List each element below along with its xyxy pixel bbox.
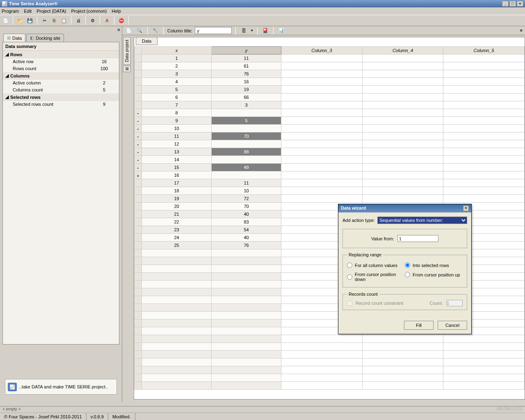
panel-close-icon[interactable]: × [117,27,120,33]
close-button[interactable]: × [517,1,523,7]
table-row[interactable]: 1972 [135,195,525,203]
app-icon: 📊 [2,1,7,7]
column-title-input[interactable] [195,27,232,34]
fill-button[interactable]: Fill [404,321,434,330]
watermark: INSTALUJ.CZ [497,406,523,411]
table-row[interactable] [135,382,525,390]
menu-edit[interactable]: Edit [24,9,32,14]
status-copyright: © Four Spaces - Josef Pirkl 2010-2011 [0,413,87,420]
record-constraint-check [347,301,352,306]
summary-row: Rows count100 [3,65,119,72]
expand-icon[interactable]: ◢ [5,94,9,100]
cards-icon[interactable]: 🎴 [261,27,269,35]
data-sheet-tab[interactable]: Data [136,37,158,45]
dialog-title: Data wizard [341,205,366,211]
dialog-close-icon[interactable]: × [463,205,469,211]
right-close-icon[interactable]: × [520,28,523,33]
wrench-icon[interactable]: 🔧 [151,27,160,35]
table-row[interactable]: 416 [135,78,525,86]
records-legend: Records count [347,292,379,297]
summary-row: Active row16 [3,58,119,65]
save-icon[interactable]: 💾 [26,16,34,25]
table-row[interactable]: 1810 [135,187,525,195]
table-row[interactable] [135,343,525,351]
table-row[interactable]: 1170 [135,132,525,140]
count-input [446,300,463,306]
database-icon[interactable]: 🗄 [240,27,248,35]
chart-tool-icon[interactable]: 📊 [277,27,285,35]
record-constraint-label: Record count constraint [356,301,403,306]
vtab-grid[interactable]: ⊞ [123,66,131,72]
summary-row: Active column2 [3,80,119,87]
menu-program[interactable]: Program [2,9,19,14]
paste-icon[interactable]: 📋 [60,16,68,25]
action-type-select[interactable]: Sequential values from number: [377,217,467,224]
action-type-label: Add action type: [342,218,375,223]
search-icon[interactable]: 🔍 [135,27,144,35]
open-icon[interactable]: 📂 [16,16,24,25]
table-row[interactable] [135,374,525,382]
range-radio[interactable] [405,272,410,277]
column-header[interactable]: Column_3 [281,47,363,55]
dock-icon: ◧ [30,35,34,41]
column-title-label: Column title: [167,28,192,33]
table-row[interactable]: 893 [135,109,525,117]
column-header[interactable]: Column_4 [362,47,443,55]
titlebar: 📊 Time Series Analyzer® _ □ × [0,0,525,7]
range-radio[interactable] [347,274,352,280]
sub-toolbar: 📄 🔍 🔧 Column title: 🗄 ▼ 🎴 📊 [122,26,525,35]
table-row[interactable]: 1439 [135,156,525,164]
tab-data[interactable]: ⊞ Data [3,34,25,42]
table-row[interactable]: 73 [135,101,525,109]
vtab-data-project[interactable]: Data project [123,37,131,65]
table-row[interactable] [135,358,525,366]
expand-icon[interactable]: ◢ [5,52,9,57]
status-empty: < empty > [0,406,525,413]
column-header[interactable]: x [142,47,212,55]
table-row[interactable]: 666 [135,94,525,101]
table-row[interactable]: 1549 [135,164,525,171]
column-header[interactable]: Column_5 [443,47,525,55]
menu-help[interactable]: Help [112,9,121,14]
table-row[interactable]: 95 [135,117,525,125]
table-row[interactable] [135,351,525,358]
table-row[interactable]: 1654 [135,171,525,179]
table-row[interactable]: 1025 [135,125,525,132]
pdf-icon[interactable]: A [103,16,111,25]
menu-project-data[interactable]: Project (DATA) [37,9,66,14]
menu-project-common[interactable]: Project (common) [71,9,107,14]
table-row[interactable] [135,366,525,374]
tab-docking[interactable]: ◧ Docking site [26,34,64,42]
stop-icon[interactable]: ⛔ [117,16,126,25]
new-icon[interactable]: 📄 [2,16,10,25]
menubar: Program Edit Project (DATA) Project (com… [0,7,525,15]
table-row[interactable]: 121 [135,140,525,148]
table-row[interactable]: 1388 [135,148,525,156]
minimize-button[interactable]: _ [502,1,509,7]
copy-icon[interactable]: ⎘ [50,16,58,25]
table-row[interactable]: 519 [135,86,525,94]
table-row[interactable] [135,335,525,343]
range-legend: Replacing range [347,252,383,257]
status-version: v.0.8.9 [87,413,108,420]
gear-icon[interactable]: ⚙ [89,16,97,25]
maximize-button[interactable]: □ [509,1,516,7]
status-modified: Modified. [108,413,135,420]
range-radio[interactable] [405,262,410,268]
cut-icon[interactable]: ✂ [40,16,48,25]
table-row[interactable]: 1711 [135,179,525,187]
table-row[interactable]: 376 [135,70,525,78]
expand-icon[interactable]: ◢ [5,73,9,78]
summary-row: Selected rows count9 [3,101,119,108]
column-header[interactable]: y [212,47,281,55]
app-title: Time Series Analyzer® [9,1,57,6]
table-row[interactable]: 261 [135,62,525,70]
range-radio[interactable] [347,262,352,268]
table-row[interactable]: 111 [135,55,525,62]
cancel-button[interactable]: Cancel [438,321,467,330]
left-panel: × ⊞ Data ◧ Docking site Data summary ◢Ro… [0,26,122,402]
print-icon[interactable]: 🖨 [74,16,82,25]
doc-icon[interactable]: 📄 [125,27,133,35]
value-from-input[interactable] [397,235,438,242]
grid-icon: ⊞ [7,35,11,41]
